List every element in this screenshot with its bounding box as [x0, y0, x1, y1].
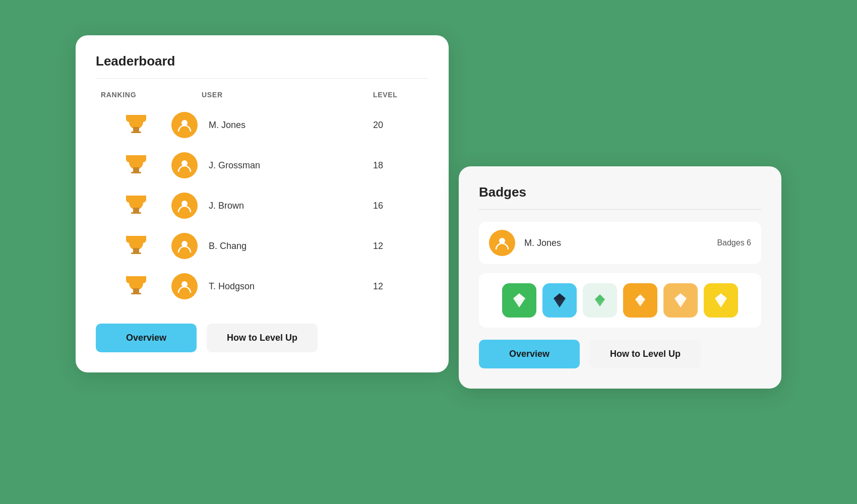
badges-title: Badges [479, 184, 761, 210]
user-name-3: J. Brown [202, 201, 373, 211]
badges-icons-row [479, 273, 761, 328]
trophy-icon-4 [101, 233, 171, 259]
badge-blue-diamond [542, 283, 577, 318]
badges-buttons: Overview How to Level Up [479, 340, 761, 368]
leaderboard-card: Leaderboard RANKING USER LEVEL [76, 35, 449, 372]
badge-yellow-diamond [704, 283, 738, 318]
table-row: J. Grossman 18 [96, 146, 428, 184]
col-user: USER [171, 91, 373, 99]
table-row: J. Brown 16 [96, 186, 428, 225]
table-row: M. Jones 20 [96, 106, 428, 144]
leaderboard-buttons: Overview How to Level Up [96, 324, 428, 352]
user-name-4: B. Chang [202, 241, 373, 251]
avatar-3 [171, 193, 198, 219]
svg-rect-10 [131, 253, 141, 254]
user-name-2: J. Grossman [202, 160, 373, 171]
avatar-1 [171, 112, 198, 138]
svg-rect-1 [131, 132, 141, 133]
level-5: 12 [373, 281, 423, 292]
avatar-4 [171, 233, 198, 259]
leaderboard-overview-button[interactable]: Overview [96, 324, 197, 352]
level-1: 20 [373, 120, 423, 131]
leaderboard-rows: M. Jones 20 [96, 106, 428, 305]
badges-card: Badges M. Jones Badges 6 [459, 166, 781, 389]
svg-rect-7 [131, 212, 141, 214]
col-level: LEVEL [373, 91, 423, 99]
badge-light-hand [583, 283, 617, 318]
user-name-1: M. Jones [202, 120, 373, 131]
user-name-5: T. Hodgson [202, 281, 373, 292]
level-3: 16 [373, 201, 423, 211]
col-ranking: RANKING [101, 91, 171, 99]
avatar-5 [171, 273, 198, 299]
badge-orange-diamond [663, 283, 698, 318]
leaderboard-levelup-button[interactable]: How to Level Up [207, 324, 318, 352]
badge-green-diamond [502, 283, 536, 318]
badges-levelup-button[interactable]: How to Level Up [590, 340, 701, 368]
badges-user-name: M. Jones [524, 238, 708, 248]
level-4: 12 [373, 241, 423, 251]
avatar-2 [171, 152, 198, 178]
badges-user-row: M. Jones Badges 6 [479, 222, 761, 264]
level-2: 18 [373, 160, 423, 171]
badges-count: Badges 6 [717, 238, 751, 247]
table-row: T. Hodgson 12 [96, 267, 428, 305]
svg-rect-13 [131, 293, 141, 294]
trophy-icon-1 [101, 112, 171, 138]
badges-avatar [489, 230, 515, 256]
trophy-icon-3 [101, 193, 171, 219]
badge-orange-hand [623, 283, 657, 318]
table-header: RANKING USER LEVEL [96, 91, 428, 106]
svg-rect-4 [131, 172, 141, 173]
trophy-icon-2 [101, 152, 171, 178]
trophy-icon-5 [101, 273, 171, 299]
leaderboard-title: Leaderboard [96, 53, 428, 79]
badges-overview-button[interactable]: Overview [479, 340, 580, 368]
table-row: B. Chang 12 [96, 227, 428, 265]
